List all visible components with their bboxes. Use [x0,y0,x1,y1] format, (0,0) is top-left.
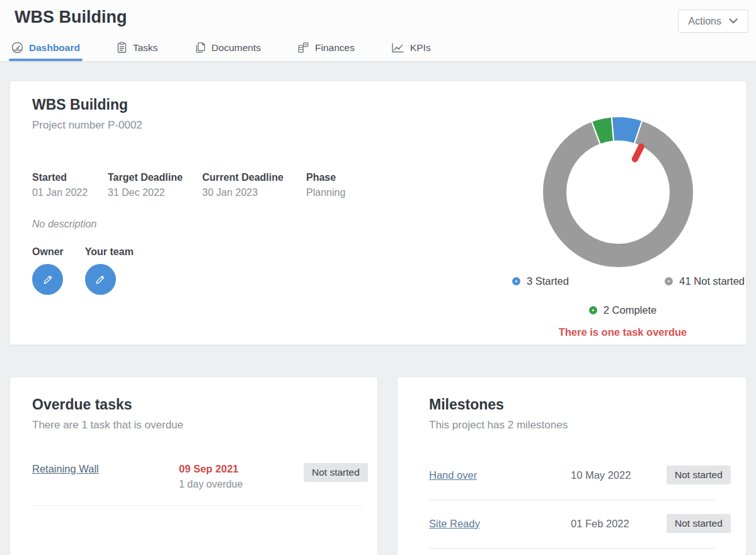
tab-finances[interactable]: Finances [295,37,357,61]
task-link[interactable]: Retaining Wall [32,463,179,475]
status-badge: Not started [667,514,731,533]
page-title: WBS Building [14,8,127,27]
tab-documents[interactable]: Documents [192,37,263,61]
overdue-date: 09 Sep 2021 [179,463,304,475]
legend-item-started: 3 Started [512,275,569,287]
edit-owner-button[interactable] [32,264,63,295]
milestone-link[interactable]: Hand over [429,469,571,481]
tab-kpis[interactable]: KPIs [389,37,433,61]
status-badge: Not started [667,466,731,484]
chart-legend: 3 Started 41 Not started 2 Complete Ther… [498,275,747,338]
project-fields: Started 01 Jan 2022 Target Deadline 31 D… [32,172,345,198]
project-dashboard-page: WBS Building Actions Dashboard Tasks [0,0,756,555]
field-started: Started 01 Jan 2022 [32,172,108,198]
team-section: Your team [85,246,134,295]
milestones-title: Milestones [429,396,568,413]
tab-tasks[interactable]: Tasks [114,37,161,61]
owner-section: Owner [32,246,64,295]
field-current-deadline: Current Deadline 30 Jan 2023 [202,172,306,198]
legend-item-complete: 2 Complete [589,304,656,316]
tab-dashboard[interactable]: Dashboard [9,37,83,61]
dashboard-gauge-icon [11,42,23,54]
edit-team-button[interactable] [85,264,116,295]
project-description: No description [32,219,96,230]
field-phase: Phase Planning [306,172,345,198]
pencil-edit-icon [93,273,107,287]
project-title: WBS Building [32,96,142,113]
legend-ring-started [512,277,520,285]
legend-ring-complete [589,306,597,314]
field-target-deadline: Target Deadline 31 Dec 2022 [108,172,202,198]
task-progress-donut-chart [541,115,695,269]
milestones-card: Milestones This project has 2 milestones… [397,377,747,555]
donut-slice-not-started [542,120,694,268]
project-number: Project number P-0002 [32,119,142,132]
overdue-task-row: Retaining Wall 09 Sep 2021 1 day overdue… [32,452,362,506]
documents-icon [195,42,206,54]
milestone-date: 10 May 2022 [571,469,667,481]
milestone-link[interactable]: Site Ready [429,518,571,530]
tab-label: KPIs [410,42,431,54]
kpis-chart-icon [391,42,404,54]
milestones-subtitle: This project has 2 milestones [429,419,568,432]
status-badge: Not started [304,463,368,482]
project-people: Owner Your team [32,246,134,295]
tasks-clipboard-icon [117,42,127,54]
milestone-row: Hand over 10 May 2022 Not started [429,452,716,500]
milestone-date: 01 Feb 2022 [571,518,667,530]
overdue-tasks-title: Overdue tasks [32,396,183,413]
tab-label: Documents [212,42,261,54]
tab-label: Finances [315,42,355,54]
tab-label: Tasks [133,42,158,54]
overdue-warning-text: There is one task overdue [498,326,747,338]
overdue-date-block: 09 Sep 2021 1 day overdue [179,463,304,490]
overdue-tasks-subtitle: There are 1 task that is overdue [32,419,183,432]
actions-button-label: Actions [689,16,721,27]
actions-button[interactable]: Actions [678,9,748,33]
legend-item-not-started: 41 Not started [665,275,745,287]
milestone-row: Site Ready 01 Feb 2022 Not started [429,500,716,549]
page-header: WBS Building Actions Dashboard Tasks [0,0,756,61]
tab-label: Dashboard [29,42,80,54]
overdue-tasks-card: Overdue tasks There are 1 task that is o… [9,377,378,555]
finances-coins-icon [297,42,309,54]
chevron-down-icon [729,18,738,24]
overdue-duration: 1 day overdue [179,479,304,490]
legend-ring-not-started [665,277,673,285]
project-summary-card: WBS Building Project number P-0002 Start… [9,81,747,345]
tab-bar: Dashboard Tasks Documents Finances [9,37,433,61]
pencil-edit-icon [41,273,55,287]
